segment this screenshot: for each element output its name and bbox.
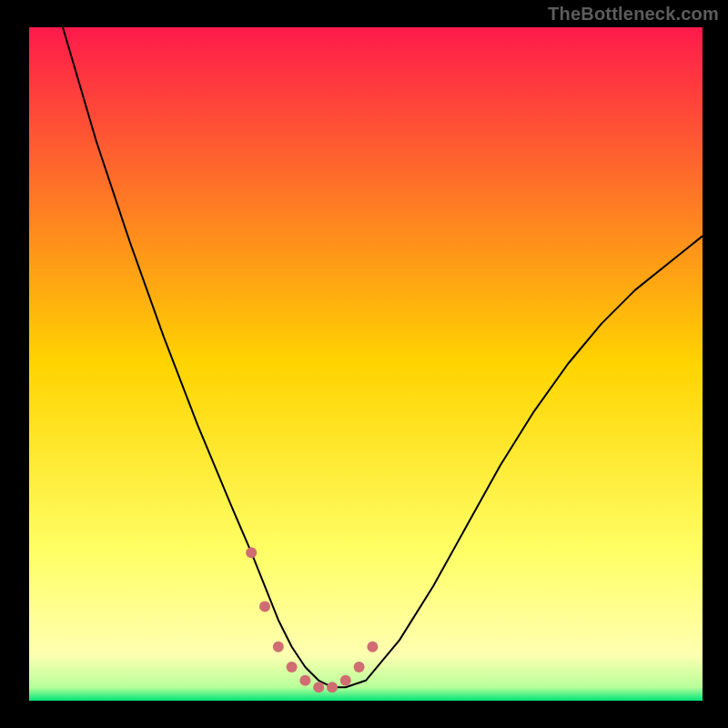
plot-area	[29, 27, 703, 701]
chart-svg	[29, 27, 703, 701]
chart-background	[29, 27, 703, 701]
chart-marker	[313, 682, 324, 693]
chart-marker	[287, 662, 298, 672]
watermark-text: TheBottleneck.com	[548, 4, 719, 25]
chart-marker	[340, 675, 351, 686]
chart-marker	[299, 675, 310, 686]
chart-marker	[367, 642, 378, 652]
chart-marker	[273, 642, 284, 652]
chart-marker	[327, 682, 338, 693]
chart-marker	[246, 547, 257, 558]
chart-frame: TheBottleneck.com	[0, 0, 728, 728]
chart-marker	[354, 662, 365, 672]
chart-marker	[259, 601, 270, 612]
